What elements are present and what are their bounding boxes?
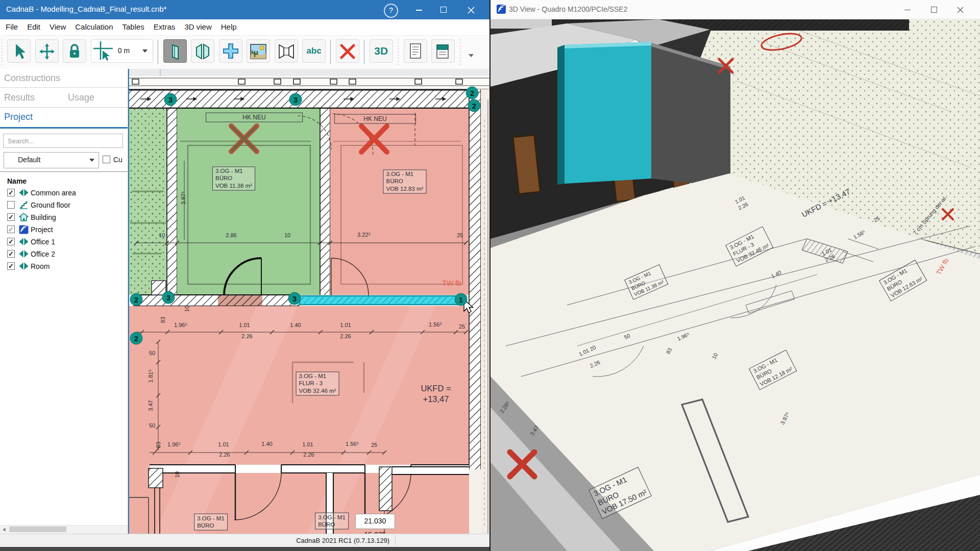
annotation-text: 3.47 [148,400,155,411]
menu-view[interactable]: View [45,19,70,31]
item-checkbox[interactable]: ✓ [7,189,15,196]
tree-item-office-1[interactable]: ✓Office 1 [0,236,128,248]
window-bottom-edge [0,547,489,551]
vertex-handle-3[interactable]: 3 [288,292,301,305]
cadnab-logo-icon [497,5,506,14]
annotation-text: 10 [710,352,720,361]
menu-3d-view[interactable]: 3D view [180,19,216,31]
double-wall-tool-button[interactable] [191,39,214,63]
annotation-text: 1.56⁵ [429,321,442,329]
threed-view-button[interactable]: 3D [370,39,393,63]
annotation-text: 1.81⁵ [148,369,155,383]
annotation-text: HK NEU [334,114,416,124]
plan-annotations: HK NEUHK NEU3.OG - M1 BÜRO VOB 11.38 m²3… [129,69,489,534]
delete-button[interactable] [336,39,359,63]
annotation-text: 25 [371,442,377,449]
abc-label: abc [306,46,321,56]
item-checkbox[interactable]: ✓ [7,213,15,221]
menu-help[interactable]: Help [216,19,241,31]
toolbar-overflow-icon[interactable] [469,54,474,57]
item-checkbox[interactable]: ✓ [7,226,15,233]
close-button[interactable] [459,0,483,19]
menu-extras[interactable]: Extras [149,19,180,31]
annotation-text: 10 [174,471,181,478]
snap-distance-combo[interactable]: 0 m [91,39,153,63]
red-x-icon [338,42,357,61]
threed-view-window: 3D View - Quadro M1200/PCIe/SSE2 [491,0,980,551]
tree-item-room[interactable]: ✓Room [0,261,128,273]
report-document-button[interactable] [404,39,427,63]
opening-tool-button[interactable] [275,39,298,63]
tab-constructions[interactable]: Constructions [0,69,128,88]
vertex-handle-3[interactable]: 3 [164,93,177,106]
bitmap-tool-button[interactable] [247,39,270,63]
threed-title-bar[interactable]: 3D View - Quadro M1200/PCIe/SSE2 [491,0,980,19]
title-bar[interactable]: CadnaB - Modelling_CadnaB_Final_result.c… [0,0,489,19]
menu-tables[interactable]: Tables [118,19,149,31]
annotation-text: 1.40 [770,269,782,280]
cross-section-tool-button[interactable] [219,39,242,63]
tab-project[interactable]: Project [0,108,128,129]
annotation-text: 83 [155,442,162,448]
menu-file[interactable]: File [1,19,22,31]
vertex-handle-3[interactable]: 3 [162,291,175,304]
menu-bar: FileEditViewCalculationTablesExtras3D vi… [0,19,489,36]
tree-item-building[interactable]: ✓Building [0,212,128,224]
toolbar: 0 m [0,36,489,69]
item-checkbox[interactable]: ✓ [7,262,15,270]
toolbar-separator [158,40,158,64]
toolbar-grip[interactable] [1,39,4,65]
select-tool-button[interactable] [7,39,31,63]
item-checkbox[interactable]: ✓ [7,238,15,245]
scrollbar-thumb[interactable] [9,527,66,532]
area-icon [19,249,29,259]
menu-calculation[interactable]: Calculation [70,19,117,31]
search-input[interactable] [3,134,123,148]
minimize-button[interactable] [407,0,431,19]
maximize-button[interactable] [432,0,455,19]
lock-tool-button[interactable] [63,39,86,63]
wall-tool-button[interactable] [163,39,187,63]
annotation-text: 3.97⁵ [180,191,187,205]
tree-item-common-area[interactable]: ✓Common area [0,187,128,199]
annotation-text: 1.01 [302,441,313,448]
maximize-button[interactable] [922,0,946,19]
minimize-button[interactable] [896,0,919,19]
tree-item-project[interactable]: ✓Project [0,224,128,236]
vertex-handle-1[interactable]: 1 [455,293,468,306]
annotation-text: 3.OG - M1 BÜRO VOB 17.50 m² [589,467,651,519]
building-icon [19,213,29,222]
annotation-text: 50 [149,350,155,357]
sidebar-scrollbar[interactable] [0,525,128,534]
item-label: Common area [31,189,76,197]
item-label: Office 2 [31,250,55,258]
cu-checkbox[interactable] [103,156,110,163]
tree-item-office-2[interactable]: ✓Office 2 [0,248,128,261]
annotation-text: 2.26 [219,452,230,459]
toolbar-grip[interactable] [397,39,400,65]
vertex-handle-3[interactable]: 3 [289,93,302,106]
threed-viewport[interactable]: UKFD = +13,473.OG - M1 FLUR - 3 VOB 32.4… [491,19,980,551]
annotation-text: 10 [159,232,165,239]
menu-edit[interactable]: Edit [22,19,45,31]
help-icon[interactable]: ? [384,4,398,18]
item-checkbox[interactable]: ✓ [7,250,15,258]
toolbar-grip[interactable] [459,39,462,65]
move-tool-button[interactable] [35,39,59,63]
annotation-text: 25 [457,232,463,239]
tab-results[interactable]: Results [0,88,64,107]
annotation-text: 10 [184,306,191,312]
vertex-handle-2[interactable]: 2 [130,293,143,306]
close-button[interactable] [949,0,972,19]
item-checkbox[interactable] [7,201,15,209]
variant-select[interactable]: Default [4,152,99,168]
vertex-handle-2[interactable]: 2 [468,99,481,112]
tab-usage[interactable]: Usage [64,88,128,107]
annotation-text: 3.OG - M1 BÜRO VOB 12.83 m² [383,169,427,193]
vertex-handle-2[interactable]: 2 [466,87,479,99]
plan-canvas[interactable]: HK NEUHK NEU3.OG - M1 BÜRO VOB 11.38 m²3… [128,69,489,534]
tree-item-ground-floor[interactable]: Ground floor [0,199,128,212]
protocol-document-button[interactable] [431,39,455,63]
text-tool-button[interactable]: abc [302,39,326,63]
vertex-handle-2[interactable]: 2 [130,332,143,345]
